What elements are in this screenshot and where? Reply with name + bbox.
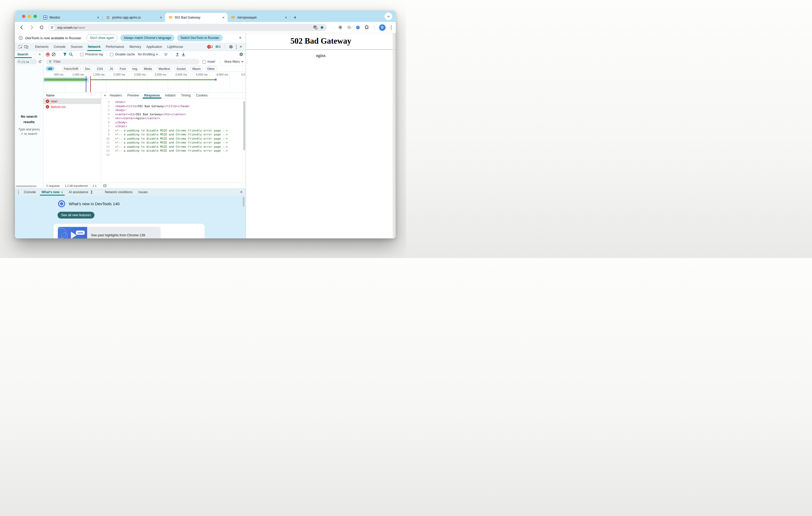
refresh-search-icon[interactable] <box>38 60 42 63</box>
translate-icon[interactable] <box>313 25 318 30</box>
tab-close-icon[interactable]: × <box>96 16 100 20</box>
tab-response[interactable]: Response <box>142 93 163 98</box>
match-case-toggle[interactable]: Aa <box>26 60 29 63</box>
drawer-tab-console[interactable]: Console <box>21 189 39 195</box>
record-network-log-button[interactable] <box>46 53 50 57</box>
shield-extension-icon[interactable] <box>338 25 342 30</box>
tab-preview[interactable]: Preview <box>124 93 141 98</box>
drawer-tab-network-conditions[interactable] <box>96 189 102 195</box>
devtools-tab-lighthouse[interactable]: Lighthouse <box>165 43 185 51</box>
devtools-tab-sources[interactable]: Sources <box>68 43 85 51</box>
waterfall-bar[interactable] <box>90 79 215 80</box>
more-filters-button[interactable]: More filters <box>225 60 243 63</box>
network-overview-timeline[interactable]: 500 ms1,000 ms1,500 ms2,000 ms2,500 ms3,… <box>44 72 245 93</box>
window-zoom-button[interactable] <box>33 14 37 18</box>
extensions-puzzle-icon[interactable] <box>365 25 369 30</box>
search-close-icon[interactable]: × <box>39 53 41 56</box>
browser-tab-2[interactable]: ВВ502 Bad Gateway× <box>165 13 228 22</box>
filter-chip-css[interactable]: CSS <box>94 66 106 71</box>
browser-tab-3[interactable]: ВВАвторизация× <box>228 13 290 22</box>
back-button[interactable] <box>19 24 25 31</box>
request-row[interactable]: × favicon.ico <box>44 104 101 110</box>
filter-chip-manifest[interactable]: Manifest <box>156 66 172 71</box>
window-close-button[interactable] <box>22 14 25 18</box>
infobar-close-icon[interactable]: × <box>239 36 241 40</box>
drawer-tab-issues[interactable]: Issues <box>136 189 151 195</box>
highlight-link[interactable]: See past highlights from Chrome 139 <box>91 234 145 237</box>
highlight-card[interactable]: new See past highlights from Chrome 139 <box>54 224 205 238</box>
invert-filter[interactable]: Invert <box>202 60 215 63</box>
clear-network-log-icon[interactable] <box>52 52 56 57</box>
vertical-scrollbar[interactable] <box>243 101 245 150</box>
filter-chip-js[interactable]: JS <box>107 66 115 71</box>
search-input[interactable]: (.*) Aa <box>16 59 37 64</box>
devtools-tab-application[interactable]: Application <box>144 43 165 51</box>
devtools-tab-network[interactable]: Network <box>85 43 103 51</box>
devtools-menu-button[interactable] <box>235 44 237 50</box>
error-count-badge[interactable]: × 2 <box>207 45 213 49</box>
response-source-viewer[interactable]: 1<html>2<head><title>502 Bad Gateway</ti… <box>101 98 245 183</box>
filter-chip-all[interactable]: All <box>46 66 54 71</box>
filter-chip-font[interactable]: Font <box>117 66 128 71</box>
network-search-icon[interactable] <box>69 52 73 57</box>
tab-cookies[interactable]: Cookies <box>193 93 210 98</box>
drawer-tab-network-conditions[interactable]: Network conditions <box>102 189 136 195</box>
drawer-tab-ai-assistance[interactable]: AI assistance <box>66 189 96 195</box>
tab-close-icon[interactable]: × <box>284 16 288 20</box>
filter-chip-img[interactable]: Img <box>130 66 140 71</box>
preserve-log-checkbox[interactable] <box>80 53 83 56</box>
devtools-tab-console[interactable]: Console <box>51 43 68 51</box>
switch-to-russian-button[interactable]: Switch DevTools to Russian <box>177 34 223 41</box>
filter-chip-media[interactable]: Media <box>142 66 154 71</box>
tab-close-icon[interactable]: × <box>159 16 163 20</box>
drawer-scrollbar[interactable] <box>243 197 244 207</box>
match-language-button[interactable]: Always match Chrome's language <box>120 34 174 41</box>
devtools-tab-memory[interactable]: Memory <box>127 43 144 51</box>
devtools-close-icon[interactable]: × <box>240 45 242 49</box>
devtools-tab-elements[interactable]: Elements <box>32 43 51 51</box>
tab-initiator[interactable]: Initiator <box>163 93 178 98</box>
drawer-tab-close-icon[interactable]: × <box>61 190 63 194</box>
new-tab-button[interactable]: + <box>293 15 297 20</box>
network-settings-gear-icon[interactable] <box>239 52 243 57</box>
device-toolbar-button[interactable] <box>23 44 29 50</box>
filter-input[interactable]: Filter <box>46 59 200 65</box>
import-har-icon[interactable] <box>175 52 179 57</box>
search-tab[interactable]: Search <box>17 51 28 58</box>
request-row[interactable]: × new/ <box>44 98 101 104</box>
regex-toggle[interactable]: (.*) <box>22 60 25 63</box>
invert-checkbox[interactable] <box>202 60 206 63</box>
issues-badge[interactable]: 1 <box>215 45 221 49</box>
filter-funnel-icon[interactable] <box>63 52 67 57</box>
filter-chip-socket[interactable]: Socket <box>174 66 188 71</box>
tab-search-button[interactable] <box>384 12 392 20</box>
horizontal-scrollbar[interactable] <box>16 185 37 187</box>
browser-tab-1[interactable]: jsivhnc-app.apms.io× <box>103 13 165 22</box>
waterfall-bar[interactable] <box>44 79 85 81</box>
address-bar[interactable]: erp.vvseh.ru/new/ <box>49 24 327 31</box>
filter-chip-wasm[interactable]: Wasm <box>190 66 203 71</box>
tab-close-icon[interactable]: × <box>221 16 226 20</box>
disable-cache-checkbox[interactable] <box>110 53 113 56</box>
reload-button[interactable] <box>38 24 45 31</box>
filter-chip-other[interactable]: Other <box>205 66 217 71</box>
details-close-icon[interactable]: × <box>104 94 106 97</box>
video-thumbnail[interactable]: new <box>58 227 87 238</box>
settings-gear-icon[interactable] <box>229 45 233 49</box>
filter-chip-doc[interactable]: Doc <box>83 66 93 71</box>
drawer-tab-whats-new[interactable]: What's new × <box>39 189 66 195</box>
throttling-select[interactable]: No throttling <box>138 53 158 56</box>
export-har-icon[interactable] <box>181 52 185 57</box>
name-column-header[interactable]: Name <box>44 93 101 98</box>
profile-avatar[interactable]: D <box>379 24 385 31</box>
browser-menu-button[interactable] <box>390 25 392 30</box>
drawer-menu-button[interactable] <box>18 190 19 195</box>
blue-dot-extension-icon[interactable] <box>356 26 360 29</box>
site-info-button[interactable] <box>49 25 55 30</box>
browser-tab-0[interactable]: Monitor× <box>40 13 102 22</box>
inspect-element-button[interactable] <box>18 44 23 50</box>
format-button[interactable]: {} <box>103 184 107 188</box>
network-conditions-icon[interactable] <box>164 52 168 57</box>
forward-button[interactable] <box>29 24 35 31</box>
dont-show-again-button[interactable]: Don't show again <box>86 34 118 41</box>
